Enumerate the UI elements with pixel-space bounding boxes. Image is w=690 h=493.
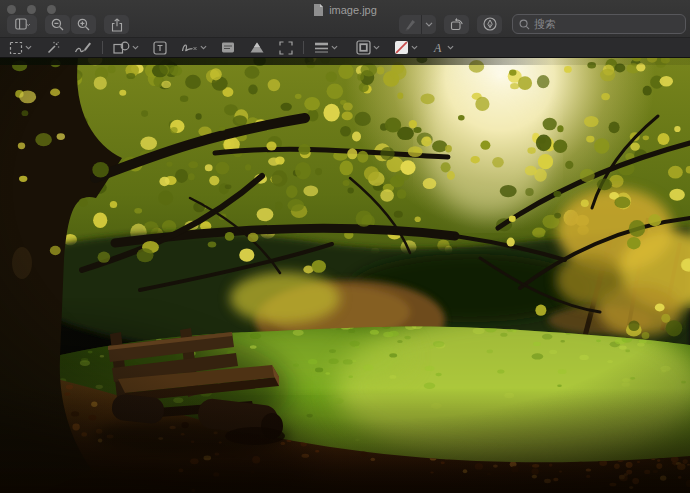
chevron-down-icon [200, 45, 207, 50]
toolbar-separator [102, 41, 103, 54]
zoom-out-button[interactable] [45, 15, 70, 34]
annotate-split-button [399, 15, 436, 34]
annotate-dropdown-button[interactable] [422, 15, 436, 34]
rotate-left-button[interactable] [444, 15, 469, 34]
tool-sketch-button[interactable] [71, 39, 95, 57]
sidebar-icon [15, 18, 30, 31]
tool-instant-alpha-button[interactable] [43, 39, 63, 57]
left-button-group [7, 15, 129, 34]
bottom-fade [0, 388, 690, 493]
note-icon [221, 41, 235, 54]
sidebar-button[interactable] [7, 15, 37, 34]
adjust-size-icon [279, 41, 293, 55]
signature-icon [181, 41, 198, 54]
zoom-in-icon [77, 18, 90, 31]
document-icon [313, 4, 324, 17]
magic-wand-icon [46, 41, 60, 55]
tool-adjust-size-button[interactable] [276, 39, 296, 57]
search-input[interactable] [534, 18, 679, 30]
fill-color-icon [394, 40, 409, 55]
preview-window: image.jpg [0, 0, 690, 493]
zoom-in-button[interactable] [71, 15, 96, 34]
zoom-out-icon [51, 18, 64, 31]
title-bar: image.jpg [0, 0, 690, 38]
tool-adjust-color-button[interactable] [246, 39, 268, 57]
chevron-down-icon [425, 22, 433, 27]
tool-text-style-button[interactable]: A [429, 39, 457, 57]
chevron-down-icon [331, 45, 338, 50]
markup-pen-icon [483, 17, 497, 31]
marker-pen-icon [404, 18, 417, 31]
adjust-color-icon [249, 41, 265, 54]
border-color-icon [356, 40, 371, 55]
search-icon [519, 19, 530, 30]
markup-toolbar-toggle-button[interactable] [477, 15, 502, 34]
selection-rect-icon [9, 41, 23, 55]
line-weight-icon [314, 41, 329, 54]
tool-shape-style-button[interactable] [311, 39, 341, 57]
text-box-icon [153, 41, 167, 55]
share-button[interactable] [104, 15, 129, 34]
tool-border-color-button[interactable] [353, 39, 383, 57]
markup-toolbar: A [0, 38, 690, 58]
shapes-icon [113, 41, 130, 54]
rotate-left-icon [450, 17, 464, 31]
text-style-icon: A [432, 41, 445, 54]
tool-text-button[interactable] [150, 39, 170, 57]
top-edge-shade [0, 58, 690, 65]
tool-selection-button[interactable] [6, 39, 35, 57]
share-icon [111, 18, 123, 32]
chevron-down-icon [447, 45, 454, 50]
chevron-down-icon [25, 45, 32, 50]
chevron-down-icon [411, 45, 418, 50]
right-button-group [399, 14, 686, 34]
sketch-pen-icon [74, 41, 92, 55]
tool-fill-color-button[interactable] [391, 39, 421, 57]
tool-sign-button[interactable] [178, 39, 210, 57]
search-field[interactable] [512, 14, 686, 34]
svg-text:A: A [433, 41, 442, 54]
photo-autumn-park [0, 58, 690, 493]
annotate-button[interactable] [399, 15, 421, 34]
photo-canvas[interactable] [0, 58, 690, 493]
window-title-text: image.jpg [329, 4, 377, 16]
tool-note-button[interactable] [218, 39, 238, 57]
chevron-down-icon [373, 45, 380, 50]
tool-shapes-button[interactable] [110, 39, 142, 57]
toolbar-separator [303, 41, 304, 54]
chevron-down-icon [132, 45, 139, 50]
